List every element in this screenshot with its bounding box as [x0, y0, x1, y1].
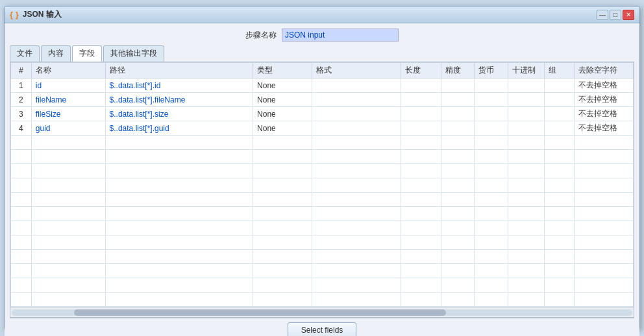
col-header-trim: 去除空字符	[574, 63, 633, 78]
close-button[interactable]: ✕	[623, 10, 634, 20]
fields-table: # 名称 路径 类型 格式 长度 精度 货币 十进制 组 去除空字符	[10, 62, 634, 307]
maximize-button[interactable]: □	[610, 10, 621, 20]
title-controls: — □ ✕	[597, 10, 634, 20]
title-bar-left: { } JSON 输入	[10, 9, 62, 20]
col-header-decimal: 十进制	[508, 63, 545, 78]
col-header-length: 长度	[401, 63, 441, 78]
minimize-button[interactable]: —	[597, 10, 608, 20]
empty-row	[11, 235, 634, 250]
window-title: JSON 输入	[23, 9, 62, 20]
main-window: { } JSON 输入 — □ ✕ 步骤名称 文件 内容 字段 其他输出字段	[4, 6, 640, 330]
table-container[interactable]: # 名称 路径 类型 格式 长度 精度 货币 十进制 组 去除空字符	[10, 62, 634, 307]
tab-content[interactable]: 内容	[41, 45, 71, 62]
empty-row	[11, 136, 634, 150]
tab-other[interactable]: 其他输出字段	[103, 45, 164, 62]
scrollbar-thumb[interactable]	[74, 309, 447, 316]
select-fields-button[interactable]: Select fields	[288, 322, 357, 336]
empty-row	[11, 178, 634, 193]
col-header-name: 名称	[31, 63, 105, 78]
tab-file[interactable]: 文件	[10, 45, 40, 62]
empty-row	[11, 193, 634, 207]
step-name-input[interactable]	[282, 29, 399, 42]
table-row[interactable]: 4guid$..data.list[*].guidNone不去掉空格	[11, 121, 634, 136]
empty-row	[11, 250, 634, 264]
empty-row	[11, 150, 634, 164]
col-header-hash: #	[11, 63, 32, 78]
empty-row	[11, 293, 634, 307]
main-panel: # 名称 路径 类型 格式 长度 精度 货币 十进制 组 去除空字符	[10, 62, 634, 318]
empty-row	[11, 207, 634, 221]
content-area: 步骤名称 文件 内容 字段 其他输出字段 # 名称 路径 类型	[5, 23, 639, 336]
col-header-type: 类型	[253, 63, 312, 78]
col-header-path: 路径	[105, 63, 253, 78]
col-header-currency: 货币	[475, 63, 508, 78]
empty-row	[11, 264, 634, 278]
scrollbar-track	[12, 309, 632, 316]
tabs-row: 文件 内容 字段 其他输出字段	[10, 45, 634, 62]
select-fields-row: Select fields	[10, 318, 634, 336]
table-row[interactable]: 2fileName$..data.list[*].fileNameNone不去掉…	[11, 93, 634, 107]
step-name-row: 步骤名称	[10, 29, 634, 42]
horizontal-scrollbar[interactable]	[10, 307, 634, 317]
app-icon: { }	[10, 10, 19, 19]
empty-row	[11, 278, 634, 293]
col-header-group: 组	[545, 63, 575, 78]
step-name-label: 步骤名称	[245, 30, 277, 41]
col-header-format: 格式	[312, 63, 401, 78]
title-bar: { } JSON 输入 — □ ✕	[5, 6, 639, 23]
table-row[interactable]: 3fileSize$..data.list[*].sizeNone不去掉空格	[11, 107, 634, 121]
empty-row	[11, 221, 634, 235]
col-header-precision: 精度	[441, 63, 475, 78]
tab-fields[interactable]: 字段	[72, 45, 102, 62]
table-row[interactable]: 1id$..data.list[*].idNone不去掉空格	[11, 78, 634, 93]
empty-row	[11, 164, 634, 178]
